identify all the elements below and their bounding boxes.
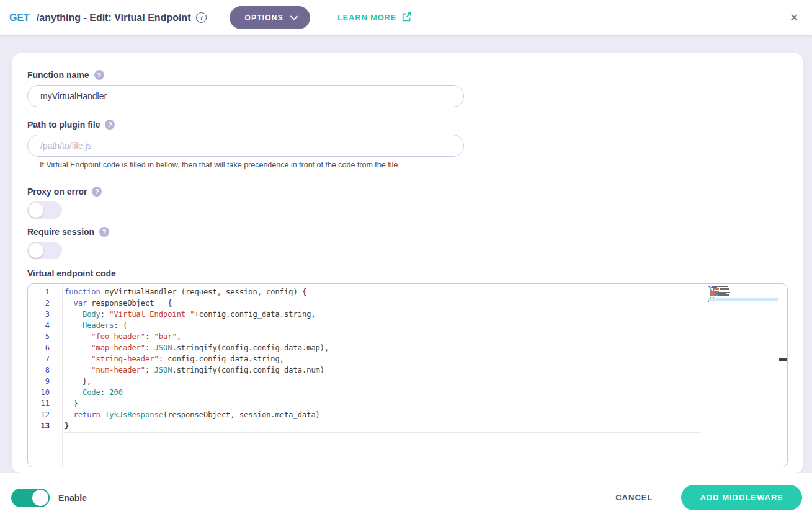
code-editor-label-row: Virtual endpoint code <box>27 268 788 278</box>
code-editor-label: Virtual endpoint code <box>27 268 116 278</box>
line-number: 1 <box>28 286 62 298</box>
code-line[interactable]: } <box>63 398 787 409</box>
page-title: /anything - Edit: Virtual Endpoint <box>37 12 191 24</box>
code-line[interactable]: Headers: { <box>63 320 787 331</box>
editor-text[interactable]: function myVirtualHandler (request, sess… <box>63 284 787 467</box>
header-bar: GET /anything - Edit: Virtual Endpoint i… <box>0 0 812 35</box>
learn-more-label: LEARN MORE <box>337 13 396 22</box>
line-number: 6 <box>28 342 62 353</box>
help-icon[interactable]: ? <box>105 120 115 130</box>
http-method-badge: GET <box>9 12 30 24</box>
line-number: 12 <box>28 409 62 420</box>
enable-toggle[interactable] <box>11 489 50 507</box>
line-number: 11 <box>28 398 62 409</box>
line-number: 7 <box>28 353 62 365</box>
function-name-label: Function name <box>27 70 89 80</box>
line-number: 8 <box>28 365 62 376</box>
code-line[interactable]: Body: "Virtual Endpoint "+config.config_… <box>63 309 787 320</box>
chevron-down-icon <box>290 14 298 22</box>
line-number: 13 <box>28 420 62 431</box>
require-session-label: Require session <box>27 227 94 237</box>
editor-scrollbar-thumb[interactable] <box>779 358 787 361</box>
help-icon[interactable]: ? <box>92 187 102 197</box>
plugin-path-label-row: Path to plugin file ? <box>27 119 788 130</box>
code-line[interactable]: return TykJsResponse(responseObject, ses… <box>63 409 787 420</box>
code-line[interactable]: }, <box>63 376 787 387</box>
enable-control: Enable <box>11 489 87 507</box>
code-line[interactable]: "num-header": JSON.stringify(config.conf… <box>63 365 787 376</box>
options-button-label: OPTIONS <box>244 14 283 22</box>
line-number: 9 <box>28 376 62 387</box>
line-number: 5 <box>28 331 62 342</box>
code-line[interactable]: } <box>63 420 787 431</box>
help-icon[interactable]: ? <box>94 70 104 80</box>
form-card: Function name ? Path to plugin file ? If… <box>12 53 803 473</box>
footer-actions: CANCEL ADD MIDDLEWARE <box>615 485 802 510</box>
help-icon[interactable]: ? <box>99 227 109 237</box>
enable-label: Enable <box>58 493 87 503</box>
plugin-path-label: Path to plugin file <box>27 120 100 130</box>
editor-minimap[interactable] <box>708 286 778 302</box>
learn-more-link[interactable]: LEARN MORE <box>337 12 412 24</box>
options-button[interactable]: OPTIONS <box>230 6 310 29</box>
function-name-input[interactable] <box>27 85 464 107</box>
plugin-path-helper-text: If Virtual Endpoint code is filled in be… <box>40 161 788 169</box>
proxy-on-error-label: Proxy on error <box>27 187 87 197</box>
proxy-on-error-label-row: Proxy on error ? <box>27 186 788 197</box>
require-session-label-row: Require session ? <box>27 226 788 237</box>
line-number: 3 <box>28 309 62 320</box>
require-session-toggle[interactable] <box>27 242 62 259</box>
code-line[interactable]: "map-header": JSON.stringify(config.conf… <box>63 342 787 353</box>
toggle-knob <box>29 203 43 218</box>
external-link-icon <box>401 12 412 24</box>
editor-scrollbar-track[interactable] <box>779 284 787 467</box>
cancel-button[interactable]: CANCEL <box>615 493 653 502</box>
modal-body: Function name ? Path to plugin file ? If… <box>0 35 812 473</box>
editor-gutter: 12345678910111213 <box>28 284 63 467</box>
code-line[interactable]: "string-header": config.config_data.stri… <box>63 353 787 365</box>
close-icon[interactable]: ✕ <box>787 11 802 25</box>
footer-bar: Enable CANCEL ADD MIDDLEWARE <box>0 473 812 522</box>
code-line[interactable]: var responseObject = { <box>63 298 787 309</box>
code-line[interactable]: "foo-header": "bar", <box>63 331 787 342</box>
function-name-label-row: Function name ? <box>27 69 788 80</box>
code-line[interactable]: Code: 200 <box>63 387 787 398</box>
line-number: 2 <box>28 298 62 309</box>
toggle-knob <box>32 490 48 506</box>
plugin-path-input[interactable] <box>27 135 464 157</box>
minimap-viewport[interactable] <box>708 298 778 301</box>
info-icon[interactable]: i <box>196 12 207 23</box>
proxy-on-error-toggle[interactable] <box>27 201 62 219</box>
add-middleware-button[interactable]: ADD MIDDLEWARE <box>681 485 802 510</box>
toggle-knob <box>29 243 43 258</box>
code-editor[interactable]: 12345678910111213 function myVirtualHand… <box>27 283 788 467</box>
line-number: 10 <box>28 387 62 398</box>
code-line[interactable]: function myVirtualHandler (request, sess… <box>63 286 787 298</box>
line-number: 4 <box>28 320 62 331</box>
